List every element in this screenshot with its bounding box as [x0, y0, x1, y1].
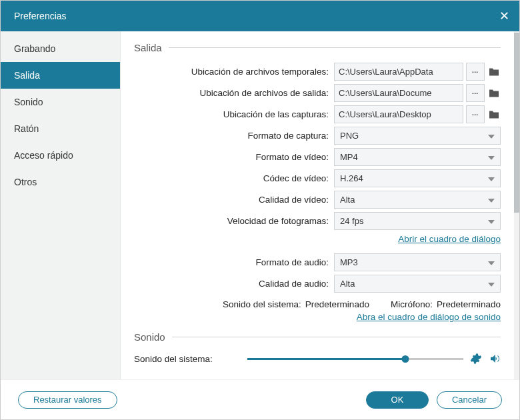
- select-audio-quality[interactable]: Alta: [334, 275, 501, 293]
- open-sound-dialog-link[interactable]: Abra el cuadro de diálogo de sonido: [357, 312, 501, 322]
- row-audio-format: Formato de audio: MP3: [134, 253, 501, 271]
- folder-icon[interactable]: [487, 84, 501, 102]
- select-value: H.264: [340, 173, 363, 183]
- sidebar-item-mouse[interactable]: Ratón: [1, 115, 120, 142]
- row-audio-quality: Calidad de audio: Alta: [134, 275, 501, 293]
- select-value: MP3: [340, 257, 358, 267]
- speaker-icon[interactable]: [489, 353, 501, 365]
- browse-button[interactable]: [466, 105, 485, 123]
- preferences-window: Preferencias Grabando Salida Sonido Rató…: [0, 0, 520, 420]
- select-video-codec[interactable]: H.264: [334, 169, 501, 187]
- cancel-button[interactable]: Cancelar: [437, 391, 502, 409]
- section-heading-sound: Sonido: [134, 331, 501, 343]
- titlebar: Preferencias: [1, 1, 519, 31]
- section-heading-output: Salida: [134, 42, 501, 53]
- select-video-format[interactable]: MP4: [334, 148, 501, 166]
- sidebar-item-output[interactable]: Salida: [1, 62, 120, 89]
- chevron-down-icon: [488, 173, 495, 183]
- label-capture-format: Formato de captura:: [134, 131, 334, 141]
- chevron-down-icon: [488, 257, 495, 267]
- label-frame-rate: Velocidad de fotogramas:: [134, 216, 334, 226]
- chevron-down-icon: [488, 152, 495, 162]
- row-video-format: Formato de vídeo: MP4: [134, 148, 501, 166]
- browse-button[interactable]: [466, 84, 485, 102]
- scrollbar[interactable]: [514, 31, 519, 379]
- browse-button[interactable]: [466, 63, 485, 81]
- folder-icon[interactable]: [487, 105, 501, 123]
- chevron-down-icon: [488, 131, 495, 141]
- row-screenshot-path: Ubicación de las capturas: C:\Users\Laur…: [134, 105, 501, 123]
- window-title: Preferencias: [14, 11, 67, 21]
- label-video-codec: Códec de vídeo:: [134, 173, 334, 183]
- label-output-path: Ubicación de archivos de salida:: [134, 88, 334, 98]
- chevron-down-icon: [488, 216, 495, 226]
- select-capture-format[interactable]: PNG: [334, 127, 501, 145]
- footer: Restaurar valores OK Cancelar: [1, 379, 519, 419]
- select-value: PNG: [340, 131, 359, 141]
- row-video-codec: Códec de vídeo: H.264: [134, 169, 501, 187]
- row-capture-format: Formato de captura: PNG: [134, 127, 501, 145]
- label-temp-path: Ubicación de archivos temporales:: [134, 67, 334, 77]
- audio-defaults-info: Sonido del sistema: Predeterminado Micró…: [134, 299, 501, 309]
- row-video-quality: Calidad de vídeo: Alta: [134, 191, 501, 209]
- chevron-down-icon: [488, 279, 495, 289]
- row-system-sound-slider: Sonido del sistema:: [134, 352, 501, 365]
- value-microphone: Predeterminado: [437, 299, 501, 309]
- input-screenshot-path[interactable]: C:\Users\Laura\Desktop: [334, 105, 463, 123]
- select-frame-rate[interactable]: 24 fps: [334, 212, 501, 230]
- select-audio-format[interactable]: MP3: [334, 253, 501, 271]
- ok-button[interactable]: OK: [366, 391, 429, 409]
- input-temp-path[interactable]: C:\Users\Laura\AppData: [334, 63, 463, 81]
- label-audio-format: Formato de audio:: [134, 257, 334, 267]
- section-heading-output-label: Salida: [134, 42, 162, 53]
- input-output-path[interactable]: C:\Users\Laura\Docume: [334, 84, 463, 102]
- label-audio-quality: Calidad de audio:: [134, 279, 334, 289]
- row-frame-rate: Velocidad de fotogramas: 24 fps: [134, 212, 501, 230]
- label-microphone: Micrófono:: [391, 299, 433, 309]
- slider-thumb[interactable]: [401, 355, 409, 363]
- open-dialog-link[interactable]: Abrir el cuadro de diálogo: [398, 234, 501, 244]
- select-value: Alta: [340, 195, 355, 205]
- content-wrap: Salida Ubicación de archivos temporales:…: [121, 31, 519, 379]
- close-icon[interactable]: [499, 11, 510, 21]
- sidebar-item-others[interactable]: Otros: [1, 169, 120, 195]
- label-system-sound: Sonido del sistema:: [223, 299, 301, 309]
- body: Grabando Salida Sonido Ratón Acceso rápi…: [1, 31, 519, 379]
- section-heading-sound-label: Sonido: [134, 331, 165, 343]
- folder-icon[interactable]: [487, 63, 501, 81]
- scrollbar-thumb[interactable]: [514, 33, 519, 213]
- divider: [169, 47, 501, 48]
- label-screenshot-path: Ubicación de las capturas:: [134, 109, 334, 119]
- row-output-path: Ubicación de archivos de salida: C:\User…: [134, 84, 501, 102]
- sidebar-item-shortcuts[interactable]: Acceso rápido: [1, 142, 120, 169]
- sidebar-item-sound[interactable]: Sonido: [1, 89, 120, 115]
- gear-icon[interactable]: [470, 353, 482, 365]
- row-temp-path: Ubicación de archivos temporales: C:\Use…: [134, 63, 501, 81]
- restore-defaults-button[interactable]: Restaurar valores: [18, 391, 117, 409]
- select-video-quality[interactable]: Alta: [334, 191, 501, 209]
- label-video-format: Formato de vídeo:: [134, 152, 334, 162]
- system-sound-slider[interactable]: [247, 352, 463, 365]
- select-value: 24 fps: [340, 216, 363, 226]
- divider: [172, 337, 501, 337]
- label-video-quality: Calidad de vídeo:: [134, 195, 334, 205]
- sidebar: Grabando Salida Sonido Ratón Acceso rápi…: [1, 31, 121, 379]
- value-system-sound: Predeterminado: [305, 299, 369, 309]
- label-system-sound-slider: Sonido del sistema:: [134, 354, 241, 364]
- content[interactable]: Salida Ubicación de archivos temporales:…: [121, 31, 519, 379]
- select-value: MP4: [340, 152, 358, 162]
- sidebar-item-recording[interactable]: Grabando: [1, 35, 120, 62]
- chevron-down-icon: [488, 195, 495, 205]
- select-value: Alta: [340, 279, 355, 289]
